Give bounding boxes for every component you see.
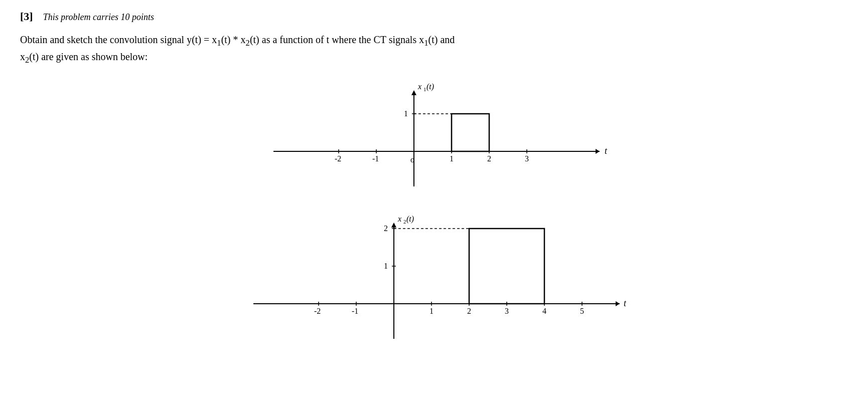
label-x-minus2: -2 [335, 154, 341, 163]
label2-y-2: 2 [384, 224, 388, 233]
graph1-y-arrow [411, 90, 416, 95]
graph2-y-label: x [397, 215, 401, 223]
graph1-y-label-t: (t) [426, 82, 434, 91]
graph2-y-label-t: (t) [406, 215, 414, 224]
graph2-y-arrow [391, 223, 396, 228]
graph1-x-label: t [605, 146, 608, 156]
graph2-wrapper: t x 2 (t) -2 -1 1 2 3 4 5 [238, 214, 630, 346]
label-x-0: o [410, 155, 414, 164]
label2-x-minus1: -1 [352, 307, 358, 315]
graph1-y-label-sub: 1 [423, 86, 426, 92]
label2-x-4: 4 [542, 307, 546, 315]
label2-x-5: 5 [580, 307, 584, 315]
label2-x-2: 2 [467, 307, 471, 315]
graph2-rect [469, 229, 544, 304]
graph1-wrapper: t x 1 (t) -2 -1 o 1 2 3 [258, 81, 610, 193]
label-y-1: 1 [404, 109, 408, 118]
graph2-y-label-sub: 2 [403, 219, 406, 225]
graph1-x-arrow [596, 149, 600, 154]
label2-x-3: 3 [505, 307, 509, 315]
label2-y-1: 1 [384, 262, 388, 270]
label2-x-1: 1 [429, 307, 433, 315]
graph1-svg: t x 1 (t) -2 -1 o 1 2 3 [258, 81, 610, 191]
problem-statement: Obtain and sketch the convolution signal… [20, 32, 572, 66]
label-x-minus1: -1 [372, 154, 379, 163]
label-x-2: 2 [487, 154, 491, 163]
problem-number: [3] [20, 10, 33, 23]
graphs-container: t x 1 (t) -2 -1 o 1 2 3 [20, 81, 848, 346]
graph1-rect [452, 114, 489, 151]
graph2-x-arrow [616, 301, 620, 306]
graph2-svg: t x 2 (t) -2 -1 1 2 3 4 5 [238, 214, 630, 344]
label2-x-minus2: -2 [314, 307, 321, 315]
problem-points: This problem carries 10 points [43, 12, 154, 23]
label-x-1: 1 [450, 154, 454, 163]
graph2-x-label: t [624, 298, 627, 308]
graph1-y-label: x [417, 82, 421, 91]
label-x-3: 3 [525, 154, 529, 163]
